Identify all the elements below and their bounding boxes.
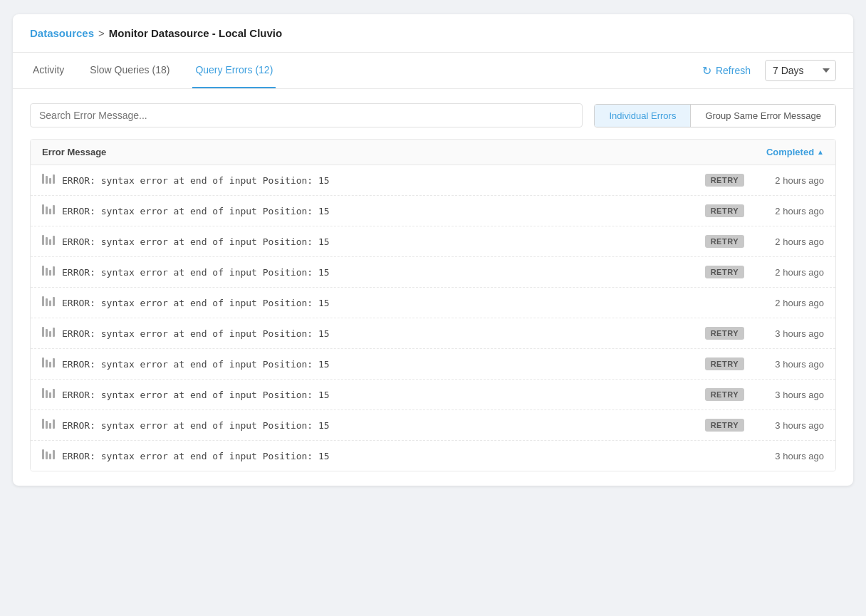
svg-rect-5	[46, 207, 48, 214]
svg-rect-0	[42, 174, 44, 184]
table-row[interactable]: ERROR: syntax error at end of input Posi…	[31, 441, 835, 471]
svg-rect-30	[49, 392, 51, 398]
completed-time: 3 hours ago	[753, 328, 824, 339]
sort-icon: ▲	[817, 148, 824, 156]
svg-rect-1	[46, 176, 48, 184]
svg-rect-13	[46, 268, 48, 276]
completed-time: 3 hours ago	[753, 390, 824, 400]
refresh-button[interactable]: ↻ Refresh	[697, 61, 756, 80]
query-icon	[42, 266, 55, 278]
table-row[interactable]: ERROR: syntax error at end of input Posi…	[31, 410, 835, 441]
retry-badge[interactable]: RETRY	[705, 327, 744, 340]
svg-rect-16	[42, 296, 44, 306]
error-message: ERROR: syntax error at end of input Posi…	[62, 359, 705, 370]
group-errors-toggle[interactable]: Group Same Error Message	[691, 105, 835, 127]
query-icon	[42, 449, 55, 462]
tab-activity[interactable]: Activity	[30, 53, 67, 88]
table-row[interactable]: ERROR: syntax error at end of input Posi…	[31, 288, 835, 318]
svg-rect-28	[42, 388, 44, 398]
svg-rect-11	[53, 236, 55, 245]
svg-rect-36	[42, 449, 44, 459]
svg-rect-29	[46, 390, 48, 398]
individual-errors-toggle[interactable]: Individual Errors	[595, 105, 691, 127]
query-icon	[42, 204, 55, 217]
breadcrumb-current: Monitor Datasource - Local Cluvio	[109, 27, 282, 39]
retry-badge[interactable]: RETRY	[705, 419, 744, 432]
retry-badge[interactable]: RETRY	[705, 266, 744, 278]
error-message: ERROR: syntax error at end of input Posi…	[62, 175, 705, 186]
table-row[interactable]: ERROR: syntax error at end of input Posi…	[31, 257, 835, 288]
svg-rect-20	[42, 327, 44, 337]
svg-rect-26	[49, 362, 51, 367]
completed-time: 2 hours ago	[753, 298, 824, 308]
svg-rect-21	[46, 329, 48, 337]
svg-rect-7	[53, 205, 55, 214]
svg-rect-39	[53, 450, 55, 459]
error-message: ERROR: syntax error at end of input Posi…	[62, 390, 705, 400]
tab-slow-queries[interactable]: Slow Queries (18)	[87, 53, 172, 88]
breadcrumb-separator: >	[98, 27, 105, 39]
completed-time: 2 hours ago	[753, 175, 824, 186]
svg-rect-3	[53, 174, 55, 184]
table-row[interactable]: ERROR: syntax error at end of input Posi…	[31, 380, 835, 410]
error-message: ERROR: syntax error at end of input Posi…	[62, 267, 705, 278]
retry-badge[interactable]: RETRY	[705, 357, 744, 370]
table-row[interactable]: ERROR: syntax error at end of input Posi…	[31, 349, 835, 380]
table-row[interactable]: ERROR: syntax error at end of input Posi…	[31, 318, 835, 349]
query-icon	[42, 388, 55, 401]
svg-rect-19	[53, 297, 55, 306]
errors-table: Error Message Completed ▲ ERROR: syntax …	[30, 139, 836, 471]
svg-rect-38	[49, 454, 51, 459]
error-message: ERROR: syntax error at end of input Posi…	[62, 298, 710, 308]
svg-rect-15	[53, 266, 55, 276]
error-message: ERROR: syntax error at end of input Posi…	[62, 328, 705, 339]
completed-time: 2 hours ago	[753, 236, 824, 247]
search-input[interactable]	[30, 103, 583, 127]
svg-rect-23	[53, 328, 55, 337]
svg-rect-2	[49, 178, 51, 184]
query-icon	[42, 357, 55, 370]
error-message: ERROR: syntax error at end of input Posi…	[62, 420, 705, 431]
svg-rect-8	[42, 235, 44, 245]
svg-rect-4	[42, 204, 44, 214]
days-select[interactable]: 7 Days 1 Day 30 Days	[765, 60, 836, 81]
retry-badge[interactable]: RETRY	[705, 204, 744, 217]
completed-time: 2 hours ago	[753, 206, 824, 216]
svg-rect-27	[53, 358, 55, 367]
table-row[interactable]: ERROR: syntax error at end of input Posi…	[31, 165, 835, 196]
error-message: ERROR: syntax error at end of input Posi…	[62, 451, 710, 461]
table-header: Error Message Completed ▲	[31, 140, 835, 165]
svg-rect-22	[49, 331, 51, 337]
svg-rect-25	[46, 360, 48, 367]
svg-rect-14	[49, 270, 51, 276]
refresh-icon: ↻	[702, 64, 711, 78]
query-icon	[42, 235, 55, 248]
svg-rect-32	[42, 419, 44, 429]
query-icon	[42, 296, 55, 309]
svg-rect-33	[46, 421, 48, 429]
svg-rect-12	[42, 266, 44, 276]
tab-query-errors[interactable]: Query Errors (12)	[192, 53, 276, 88]
completed-time: 2 hours ago	[753, 267, 824, 278]
table-body: ERROR: syntax error at end of input Posi…	[31, 165, 835, 471]
completed-time: 3 hours ago	[753, 420, 824, 431]
breadcrumb-link[interactable]: Datasources	[30, 27, 94, 39]
svg-rect-37	[46, 451, 48, 459]
svg-rect-10	[49, 239, 51, 245]
svg-rect-31	[53, 389, 55, 398]
completed-time: 3 hours ago	[753, 451, 824, 461]
col-completed-header[interactable]: Completed ▲	[710, 147, 824, 157]
error-message: ERROR: syntax error at end of input Posi…	[62, 236, 705, 247]
retry-badge[interactable]: RETRY	[705, 388, 744, 401]
table-row[interactable]: ERROR: syntax error at end of input Posi…	[31, 196, 835, 226]
query-icon	[42, 419, 55, 432]
query-icon	[42, 327, 55, 340]
svg-rect-35	[53, 419, 55, 429]
retry-badge[interactable]: RETRY	[705, 235, 744, 248]
table-row[interactable]: ERROR: syntax error at end of input Posi…	[31, 226, 835, 257]
retry-badge[interactable]: RETRY	[705, 174, 744, 187]
view-toggle-group: Individual Errors Group Same Error Messa…	[594, 104, 836, 127]
svg-rect-17	[46, 298, 48, 306]
svg-rect-18	[49, 301, 51, 306]
svg-rect-24	[42, 357, 44, 367]
